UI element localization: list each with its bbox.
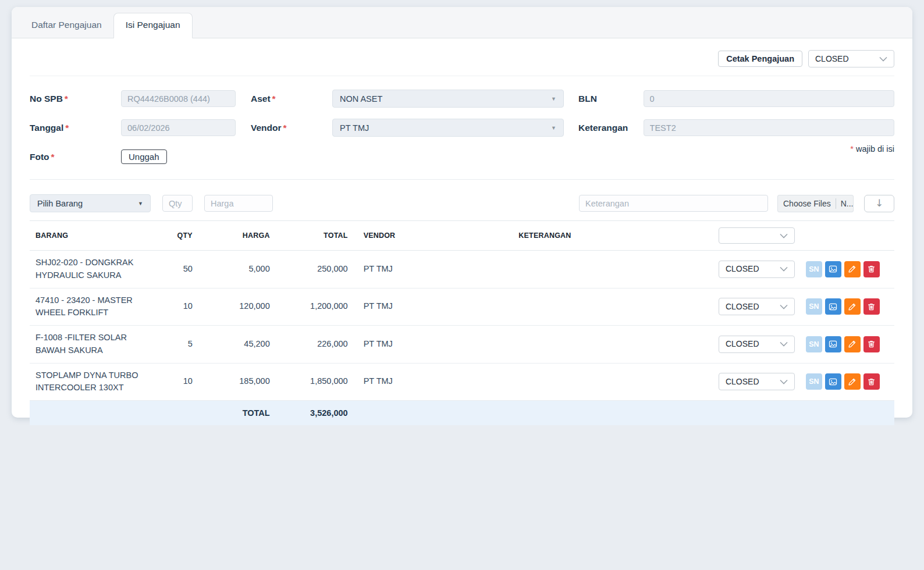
actions-cell: CLOSED SN: [713, 326, 894, 364]
sn-button[interactable]: SN: [806, 298, 822, 315]
total-value: 3,526,000: [276, 401, 354, 426]
no-spb-label: No SPB*: [30, 94, 121, 104]
bln-label: BLN: [578, 94, 644, 104]
keterangan-input[interactable]: [644, 119, 894, 136]
delete-button[interactable]: [863, 261, 880, 277]
keterangan-cell: [512, 326, 713, 364]
header-actions: Cetak Pengajuan CLOSED: [30, 50, 894, 76]
barang-cell: 47410 - 23420 - MASTER WHEEL FORKLIFT: [30, 288, 152, 326]
image-icon: [829, 377, 837, 386]
row-status-value: CLOSED: [726, 301, 759, 313]
qty-cell: 5: [152, 326, 198, 364]
image-button[interactable]: [825, 336, 841, 352]
choose-files-input[interactable]: Choose Files N...: [777, 195, 854, 212]
table-row: F-1008 -FILTER SOLAR BAWAH SAKURA 5 45,2…: [30, 326, 894, 364]
image-icon: [829, 302, 837, 311]
status-select-value: CLOSED: [815, 54, 849, 63]
harga-input[interactable]: [204, 195, 273, 212]
tab-daftar-pengajuan[interactable]: Daftar Pengajuan: [20, 13, 113, 38]
no-spb-input[interactable]: [121, 90, 236, 107]
chevron-down-icon: [780, 233, 788, 238]
image-button[interactable]: [825, 373, 841, 390]
qty-input[interactable]: [162, 195, 193, 212]
pilih-barang-select[interactable]: Pilih Barang ▼: [30, 194, 151, 212]
chevron-down-icon: [780, 341, 788, 347]
edit-button[interactable]: [844, 373, 861, 390]
keterangan-cell: [512, 251, 713, 288]
status-select[interactable]: CLOSED: [808, 50, 894, 67]
tab-content: Cetak Pengajuan CLOSED No SPB* Tanggal* …: [12, 38, 912, 425]
row-status-select[interactable]: CLOSED: [719, 336, 795, 353]
edit-button[interactable]: [844, 261, 861, 277]
total-row: TOTAL 3,526,000: [30, 401, 894, 426]
tanggal-input[interactable]: [121, 119, 236, 136]
vendor-cell: PT TMJ: [354, 251, 513, 288]
required-mark: *: [283, 123, 287, 133]
row-status-select[interactable]: CLOSED: [719, 261, 795, 278]
total-cell: 226,000: [276, 326, 354, 364]
keterangan-label: Keterangan: [578, 123, 644, 133]
bln-input[interactable]: [644, 90, 894, 107]
tab-isi-pengajuan[interactable]: Isi Pengajuan: [113, 13, 193, 38]
choose-files-label: Choose Files: [783, 199, 831, 208]
required-mark: *: [65, 123, 69, 133]
delete-button[interactable]: [863, 336, 880, 352]
aset-select[interactable]: NON ASET ▼: [332, 90, 564, 108]
vendor-select[interactable]: PT TMJ ▼: [332, 119, 564, 137]
vendor-label: Vendor*: [251, 123, 332, 133]
sn-button[interactable]: SN: [806, 373, 822, 390]
row-status-value: CLOSED: [726, 263, 759, 275]
pencil-icon: [848, 377, 857, 386]
table-header-row: BARANG QTY HARGA TOTAL VENDOR KETERANGAN: [30, 221, 894, 251]
cetak-pengajuan-button[interactable]: Cetak Pengajuan: [718, 51, 802, 67]
harga-cell: 5,000: [198, 251, 276, 288]
aset-select-value: NON ASET: [340, 94, 382, 104]
col-header-vendor: VENDOR: [354, 221, 513, 251]
pencil-icon: [848, 340, 857, 348]
edit-button[interactable]: [844, 298, 861, 315]
file-separator: [836, 198, 836, 209]
header-filter-select[interactable]: [719, 227, 795, 244]
chevron-down-icon: [780, 379, 788, 384]
barang-cell: SHJ02-020 - DONGKRAK HYDRAULIC SAKURA: [30, 251, 152, 288]
delete-button[interactable]: [863, 373, 880, 390]
download-button[interactable]: ↓: [864, 195, 894, 212]
total-cell: 250,000: [276, 251, 354, 288]
form-section: No SPB* Tanggal* Foto* Unggah Aset* NON …: [30, 90, 894, 177]
harga-cell: 185,000: [198, 363, 276, 401]
edit-button[interactable]: [844, 336, 861, 352]
unggah-button[interactable]: Unggah: [121, 149, 167, 164]
form-column-2: Aset* NON ASET ▼ Vendor* PT TMJ ▼: [251, 90, 564, 177]
vendor-cell: PT TMJ: [354, 326, 513, 364]
col-header-actions: [713, 221, 894, 251]
barang-cell: STOPLAMP DYNA TURBO INTERCOOLER 130XT: [30, 363, 152, 401]
item-toolbar: Pilih Barang ▼ Choose Files N... ↓: [30, 194, 894, 212]
row-status-value: CLOSED: [726, 376, 759, 388]
required-note: * wajib di isi: [578, 144, 894, 154]
keterangan-item-input[interactable]: [579, 195, 768, 212]
row-status-select[interactable]: CLOSED: [719, 298, 795, 315]
chevron-down-icon: [879, 56, 887, 62]
trash-icon: [867, 265, 876, 273]
table-row: STOPLAMP DYNA TURBO INTERCOOLER 130XT 10…: [30, 363, 894, 401]
image-icon: [829, 340, 837, 348]
row-status-select[interactable]: CLOSED: [719, 373, 795, 390]
sn-button[interactable]: SN: [806, 261, 822, 277]
image-button[interactable]: [825, 261, 841, 277]
col-header-qty: QTY: [152, 221, 198, 251]
harga-cell: 120,000: [198, 288, 276, 326]
delete-button[interactable]: [863, 298, 880, 315]
trash-icon: [867, 302, 876, 311]
items-table: BARANG QTY HARGA TOTAL VENDOR KETERANGAN…: [30, 220, 894, 425]
qty-cell: 50: [152, 251, 198, 288]
pilih-barang-value: Pilih Barang: [37, 199, 83, 208]
actions-cell: CLOSED SN: [713, 288, 894, 326]
qty-cell: 10: [152, 363, 198, 401]
table-body: SHJ02-020 - DONGKRAK HYDRAULIC SAKURA 50…: [30, 251, 894, 401]
image-button[interactable]: [825, 298, 841, 315]
barang-cell: F-1008 -FILTER SOLAR BAWAH SAKURA: [30, 326, 152, 364]
download-arrow-icon: ↓: [875, 197, 883, 209]
total-label: TOTAL: [198, 401, 276, 426]
actions-cell: CLOSED SN: [713, 251, 894, 288]
sn-button[interactable]: SN: [806, 336, 822, 352]
